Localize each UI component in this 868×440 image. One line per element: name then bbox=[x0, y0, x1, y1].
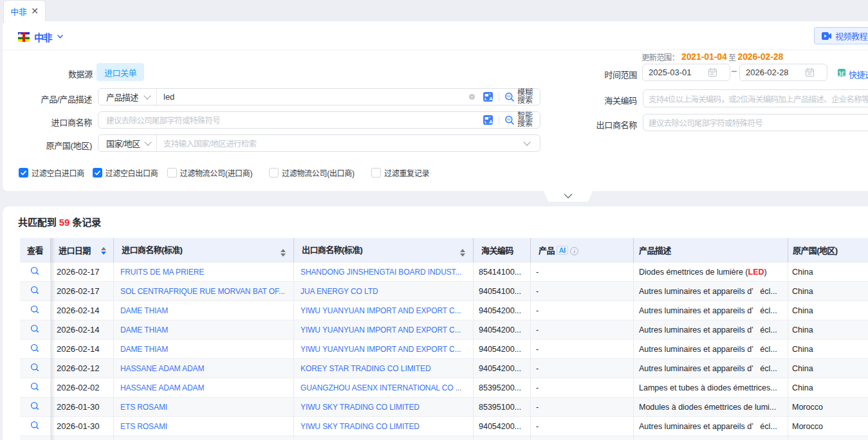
svg-text:A: A bbox=[489, 96, 493, 102]
svg-text:A: A bbox=[489, 119, 493, 125]
